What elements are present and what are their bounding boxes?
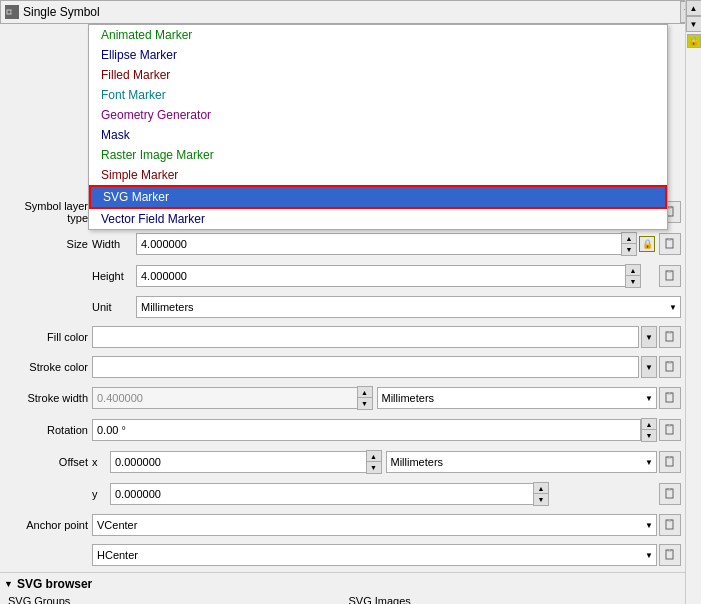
offset-y-decrement-btn[interactable]: ▼ (534, 494, 548, 505)
anchor-hcenter-paste-icon (664, 549, 676, 561)
stroke-width-paste-icon (664, 392, 676, 404)
height-paste-btn[interactable] (659, 265, 681, 287)
svg-rect-21 (668, 519, 671, 521)
anchor-point-label: Anchor point (4, 519, 92, 531)
svg-rect-20 (666, 520, 673, 529)
width-spinner-buttons: ▲ ▼ (621, 232, 637, 256)
height-increment-btn[interactable]: ▲ (626, 265, 640, 276)
stroke-width-decrement-btn[interactable]: ▼ (358, 398, 372, 409)
offset-y-paste-btn[interactable] (659, 483, 681, 505)
height-spinner: ▲ ▼ (136, 264, 641, 288)
offset-y-label: y (92, 488, 106, 500)
offset-label: Offset (4, 456, 92, 468)
dropdown-item-animated-marker[interactable]: Animated Marker (89, 25, 667, 45)
width-decrement-btn[interactable]: ▼ (622, 244, 636, 255)
anchor-vcenter-paste-btn[interactable] (659, 514, 681, 536)
dropdown-item-svg-marker[interactable]: SVG Marker (89, 185, 667, 209)
rotation-paste-icon (664, 424, 676, 436)
svg-rect-5 (668, 238, 671, 240)
width-increment-btn[interactable]: ▲ (622, 233, 636, 244)
offset-y-input[interactable] (110, 483, 533, 505)
unit-label: Unit (92, 301, 132, 313)
stroke-color-paste-btn[interactable] (659, 356, 681, 378)
rotation-label: Rotation (4, 424, 92, 436)
rotation-spinner-buttons: ▲ ▼ (641, 418, 657, 442)
rotation-decrement-btn[interactable]: ▼ (642, 430, 656, 441)
svg-rect-3 (668, 206, 671, 208)
dropdown-item-ellipse-marker[interactable]: Ellipse Marker (89, 45, 667, 65)
offset-y-increment-btn[interactable]: ▲ (534, 483, 548, 494)
scroll-lock-icon[interactable]: 🔒 (687, 34, 701, 48)
svg-rect-4 (666, 239, 673, 248)
svg-rect-9 (668, 331, 671, 333)
stroke-width-unit-select[interactable]: Millimeters (377, 387, 658, 409)
unit-row: Unit Millimeters (0, 294, 685, 320)
stroke-width-label: Stroke width (4, 392, 92, 404)
dropdown-item-filled-marker[interactable]: Filled Marker (89, 65, 667, 85)
size-label: Size (4, 238, 92, 250)
width-input[interactable] (136, 233, 621, 255)
svg-groups-label: SVG Groups (4, 595, 341, 604)
svg-rect-12 (666, 393, 673, 402)
anchor-hcenter-content: HCenter (92, 544, 681, 566)
top-bar: Single Symbol ▼ (0, 0, 701, 24)
offset-y-row: y ▲ ▼ (0, 480, 685, 508)
anchor-hcenter-paste-btn[interactable] (659, 544, 681, 566)
fill-color-row: Fill color ▼ (0, 324, 685, 350)
offset-x-spinner-buttons: ▲ ▼ (366, 450, 382, 474)
offset-y-content: y ▲ ▼ (92, 482, 681, 506)
anchor-hcenter-row: HCenter (0, 542, 685, 568)
dropdown-item-font-marker[interactable]: Font Marker (89, 85, 667, 105)
dropdown-item-geometry-generator[interactable]: Geometry Generator (89, 105, 667, 125)
unit-select[interactable]: Millimeters (136, 296, 681, 318)
svg-browser-cols: SVG Groups SVG Images (0, 593, 685, 604)
rotation-input[interactable] (92, 419, 641, 441)
offset-x-paste-btn[interactable] (659, 451, 681, 473)
stroke-width-spinner: ▲ ▼ (92, 386, 373, 410)
svg-images-col: SVG Images (345, 595, 682, 604)
fill-color-paste-btn[interactable] (659, 326, 681, 348)
anchor-vcenter-row: Anchor point VCenter (0, 512, 685, 538)
stroke-width-spinner-buttons: ▲ ▼ (357, 386, 373, 410)
height-decrement-btn[interactable]: ▼ (626, 276, 640, 287)
svg-rect-16 (666, 457, 673, 466)
scroll-down-button[interactable]: ▼ (686, 16, 702, 32)
stroke-width-paste-btn[interactable] (659, 387, 681, 409)
height-spinner-buttons: ▲ ▼ (625, 264, 641, 288)
dropdown-item-simple-marker[interactable]: Simple Marker (89, 165, 667, 185)
unit-content: Unit Millimeters (92, 296, 681, 318)
width-content: Width ▲ ▼ 🔒 (92, 232, 681, 256)
size-lock-icon[interactable]: 🔒 (639, 236, 655, 252)
offset-unit-select[interactable]: Millimeters (386, 451, 658, 473)
dropdown-item-vector-field-marker[interactable]: Vector Field Marker (89, 209, 667, 229)
offset-x-decrement-btn[interactable]: ▼ (367, 462, 381, 473)
anchor-hcenter-select[interactable]: HCenter (92, 544, 657, 566)
stroke-color-paste-icon (664, 361, 676, 373)
scroll-up-button[interactable]: ▲ (686, 0, 702, 16)
fill-color-dropdown-btn[interactable]: ▼ (641, 326, 657, 348)
stroke-color-dropdown-btn[interactable]: ▼ (641, 356, 657, 378)
height-input[interactable] (136, 265, 625, 287)
offset-y-spinner-buttons: ▲ ▼ (533, 482, 549, 506)
svg-images-label: SVG Images (345, 595, 682, 604)
svg-rect-8 (666, 332, 673, 341)
dropdown-item-raster-image-marker[interactable]: Raster Image Marker (89, 145, 667, 165)
svg-rect-14 (666, 425, 673, 434)
width-paste-btn[interactable] (659, 233, 681, 255)
rotation-increment-btn[interactable]: ▲ (642, 419, 656, 430)
rotation-paste-btn[interactable] (659, 419, 681, 441)
fill-color-field[interactable] (92, 326, 639, 348)
svg-rect-17 (668, 456, 671, 458)
offset-x-increment-btn[interactable]: ▲ (367, 451, 381, 462)
fill-color-label: Fill color (4, 331, 92, 343)
main-container: Single Symbol ▼ ▲ ▼ 🔒 Animated Marker El… (0, 0, 701, 604)
stroke-width-input[interactable] (92, 387, 357, 409)
stroke-width-increment-btn[interactable]: ▲ (358, 387, 372, 398)
svg-rect-13 (668, 392, 671, 394)
dropdown-item-mask[interactable]: Mask (89, 125, 667, 145)
offset-x-input[interactable] (110, 451, 366, 473)
anchor-vcenter-select[interactable]: VCenter (92, 514, 657, 536)
stroke-color-field[interactable] (92, 356, 639, 378)
svg-rect-0 (7, 10, 11, 14)
height-label: Height (92, 270, 132, 282)
